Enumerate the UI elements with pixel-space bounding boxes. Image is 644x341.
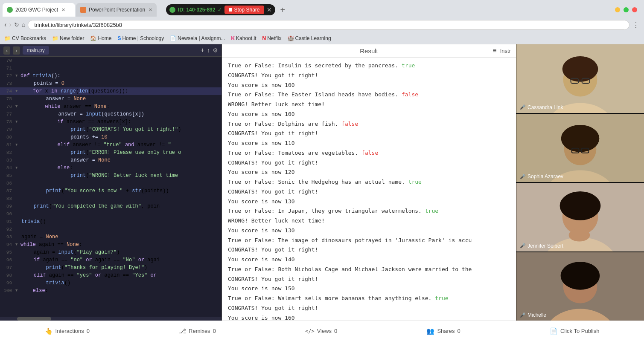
bookmark-cv-label: CV Bookmarks	[12, 35, 46, 41]
output-line-6: You score is now 100	[228, 110, 510, 119]
output-line-23: CONGRATS! You got it right!	[228, 275, 510, 284]
stop-share-label: Stop Share	[234, 7, 259, 13]
bookmark-castle[interactable]: 🏰 Castle Learning	[288, 35, 331, 41]
line-number: 90	[0, 210, 15, 218]
forward-button[interactable]: ›	[9, 21, 11, 29]
output-line-5: WRONG! Better luck next time!	[228, 100, 510, 110]
remixes-item[interactable]: ⎇ Remixes 0	[179, 327, 216, 335]
line-content: else:	[20, 164, 221, 172]
reload-button[interactable]: ↻	[14, 21, 19, 28]
editor-back-btn[interactable]: ‹	[3, 46, 10, 55]
window-close-button[interactable]	[632, 7, 637, 12]
output-line-4: True or False: The Easter Island heads h…	[228, 90, 510, 100]
line-content: points += 10	[15, 133, 221, 141]
publish-icon: 📄	[550, 327, 558, 335]
stop-share-button[interactable]: Stop Share	[224, 6, 264, 14]
output-line-1: True or False: Insulin is secreted by th…	[228, 61, 510, 71]
line-content: if again == "no" or again == "No" or aga…	[15, 256, 221, 264]
bookmark-newsela[interactable]: 📄 Newsela | Assignm...	[170, 35, 225, 41]
bookmark-netflix[interactable]: N Netflix	[262, 35, 281, 41]
browser-window: 2020 GWC Project ✕ PowerPoint Presentati…	[0, 0, 644, 341]
line-number: 81	[0, 141, 15, 149]
code-line-highlight: 74 ▼ for x in range(len(questions)):	[0, 87, 221, 95]
line-number: 94	[0, 241, 15, 249]
code-line: 72 ▼ def trivia():	[0, 72, 221, 80]
line-content: for x in range(len(questions)):	[20, 87, 221, 95]
output-line-19: True or False: The image of dinosaurs po…	[228, 236, 510, 246]
window-maximize-button[interactable]	[624, 7, 629, 12]
editor-scrollbar[interactable]	[0, 317, 221, 321]
code-line: 90	[0, 210, 221, 218]
bookmark-newsela-icon: 📄	[170, 35, 176, 41]
url-bar[interactable]: trinket.io/library/trinkets/32f60825b8	[28, 20, 629, 30]
bookmark-kahoot[interactable]: K Kahoot.it	[231, 35, 256, 41]
editor-forward-btn[interactable]: ›	[13, 46, 20, 55]
output-line-13: True or False: Sonic the Hedgehog has an…	[228, 177, 510, 187]
code-line: 75 answer = None	[0, 95, 221, 103]
bookmark-netflix-label: Netflix	[267, 35, 281, 41]
line-number: 92	[0, 225, 15, 233]
fold-arrow: ▼	[15, 103, 20, 110]
browser-menu-button[interactable]: ⋮	[632, 20, 640, 29]
svg-point-26	[561, 261, 600, 289]
bookmark-schoology[interactable]: S Home | Schoology	[117, 35, 164, 41]
fold-arrow: ▼	[15, 87, 20, 95]
settings-btn[interactable]: ⚙	[213, 47, 218, 54]
code-line: 79 print("CONGRATS! You got it right!")	[0, 126, 221, 133]
participant-name-jennifer: 🎤 Jennifer Seibert	[520, 243, 563, 249]
line-content: answer = input(questions[x])	[15, 110, 221, 118]
code-line: 81 ▼ elif answer != "true" and answer !=…	[0, 141, 221, 149]
file-tab[interactable]: main.py	[23, 46, 49, 55]
participant-name-cassandra: 🎤 Cassandra Link	[520, 104, 563, 110]
instr-label: Instr	[500, 48, 511, 54]
back-button[interactable]: ‹	[4, 21, 6, 29]
line-number: 97	[0, 264, 15, 272]
bookmark-castle-icon: 🏰	[288, 35, 294, 41]
result-menu-button[interactable]: ≡	[492, 47, 496, 55]
tab-1[interactable]: 2020 GWC Project ✕	[3, 3, 75, 17]
code-line: 82 print("ERROR! Please use only true o	[0, 149, 221, 156]
new-tab-button[interactable]: +	[277, 5, 289, 15]
line-number: 82	[0, 149, 15, 156]
svg-point-4	[562, 56, 598, 82]
code-line: 94 ▼ while again == None:	[0, 241, 221, 249]
add-file-btn[interactable]: +	[201, 46, 204, 54]
output-line-24: You score is now 150	[228, 284, 510, 294]
output-line-8: CONGRATS! You got it right!	[228, 129, 510, 139]
line-number: 75	[0, 95, 15, 103]
upload-btn[interactable]: ↑	[207, 47, 210, 54]
result-output[interactable]: True or False: Insulin is secreted by th…	[222, 58, 516, 321]
publish-item[interactable]: 📄 Click To Publish	[550, 327, 600, 335]
tab-close-2[interactable]: ✕	[149, 7, 152, 13]
output-line-18: You score is now 130	[228, 226, 510, 236]
line-content: print("CONGRATS! You got it right!")	[15, 126, 221, 133]
bookmark-cv[interactable]: 📁 CV Bookmarks	[4, 35, 46, 41]
line-number: 89	[0, 202, 15, 210]
home-button[interactable]: ⌂	[22, 21, 25, 28]
tab-close-1[interactable]: ✕	[61, 7, 65, 13]
bookmark-new-folder[interactable]: 📁 New folder	[52, 35, 84, 41]
share-close-icon[interactable]: ✕	[267, 6, 272, 13]
line-content: print("You score is now " + str(points))	[15, 187, 221, 195]
tab-2[interactable]: PowerPoint Presentation ✕	[76, 3, 157, 17]
code-line: 97 print("Thanks for playing! Bye!")	[0, 264, 221, 272]
line-number: 84	[0, 164, 15, 172]
bookmark-home[interactable]: 🏠 Home	[90, 35, 111, 41]
editor-pane: ‹ › main.py + ↑ ⚙ 70 71	[0, 44, 222, 321]
bookmark-newsela-label: Newsela | Assignm...	[178, 35, 225, 41]
bottom-bar: 👆 Interactions 0 ⎇ Remixes 0 </> Views 0…	[0, 321, 644, 341]
mic-icon-jennifer: 🎤	[520, 243, 526, 249]
fold-arrow: ▼	[15, 118, 20, 126]
window-controls	[615, 7, 641, 12]
code-line: 95 again = input("Play again?")	[0, 249, 221, 256]
code-line: 91 trivia()	[0, 218, 221, 225]
code-line: 71	[0, 64, 221, 72]
views-item[interactable]: </> Views 0	[305, 328, 337, 334]
shares-item[interactable]: 👥 Shares 0	[426, 327, 460, 335]
code-area[interactable]: 70 71 72 ▼ def trivia(): 73 point	[0, 57, 221, 317]
window-minimize-button[interactable]	[615, 7, 620, 12]
output-line-22: True or False: Both Nicholas Cage and Mi…	[228, 265, 510, 275]
line-number: 87	[0, 187, 15, 195]
interactions-item[interactable]: 👆 Interactions 0	[45, 327, 90, 335]
views-count: 0	[334, 328, 337, 334]
